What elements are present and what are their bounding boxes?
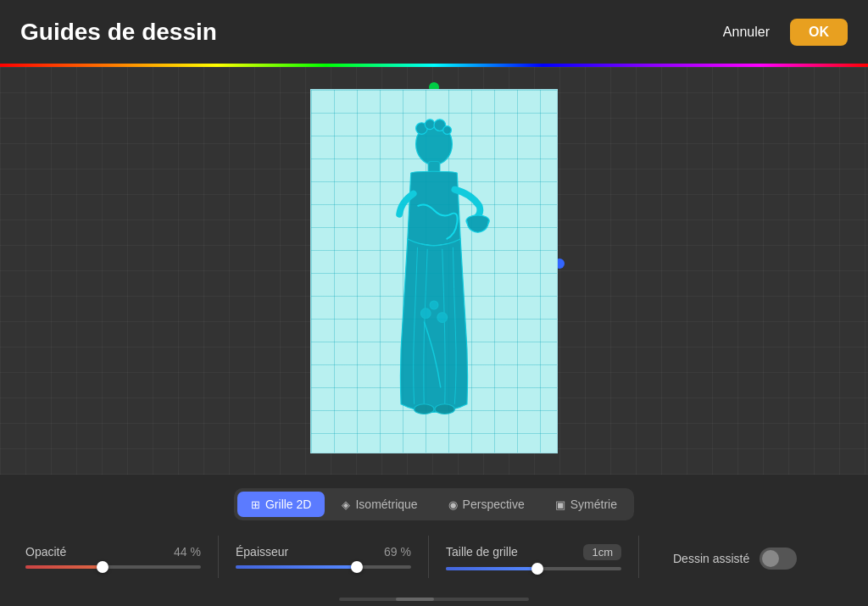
epaisseur-control: Épaisseur 69 %: [236, 545, 411, 569]
epaisseur-label: Épaisseur: [236, 545, 288, 559]
taille-slider-thumb[interactable]: [531, 563, 543, 575]
tab-symetrie[interactable]: ▣ Symétrie: [542, 492, 631, 517]
dessin-row: Dessin assisté: [673, 548, 797, 570]
epaisseur-label-row: Épaisseur 69 %: [236, 545, 411, 559]
grille2d-icon: ⊞: [251, 498, 260, 511]
canvas-container: [310, 89, 558, 453]
svg-point-10: [415, 403, 434, 414]
tab-isometrique-label: Isométrique: [355, 498, 417, 511]
page-title: Guides de dessin: [20, 19, 217, 46]
tab-isometrique[interactable]: ◈ Isométrique: [328, 492, 431, 517]
tab-perspective[interactable]: ◉ Perspective: [435, 492, 538, 517]
svg-point-4: [443, 125, 452, 134]
cancel-button[interactable]: Annuler: [713, 19, 780, 45]
svg-point-8: [430, 301, 438, 309]
tab-grille2d-label: Grille 2D: [265, 498, 311, 511]
taille-slider-track[interactable]: [446, 567, 621, 570]
taille-control: Taille de grille 1cm: [446, 544, 621, 570]
epaisseur-slider-thumb[interactable]: [351, 561, 363, 573]
tab-symetrie-label: Symétrie: [570, 498, 617, 511]
opacity-control: Opacité 44 %: [25, 545, 201, 569]
ok-button[interactable]: OK: [790, 19, 848, 46]
main-canvas-area: [0, 67, 868, 475]
taille-value-badge: 1cm: [583, 544, 621, 560]
tab-bar: ⊞ Grille 2D ◈ Isométrique ◉ Perspective …: [234, 488, 634, 520]
scrollbar-track[interactable]: [339, 598, 529, 601]
opacity-slider-track[interactable]: [25, 565, 201, 569]
taille-slider-fill: [446, 567, 537, 570]
dessin-toggle[interactable]: [760, 548, 797, 570]
dessin-control: Dessin assisté: [656, 544, 843, 570]
perspective-icon: ◉: [448, 498, 458, 511]
divider-2: [428, 536, 429, 578]
statue-figure: [366, 115, 502, 429]
divider-3: [638, 536, 639, 578]
scrollbar-area: [0, 596, 868, 603]
header-buttons: Annuler OK: [713, 19, 848, 46]
toggle-knob: [762, 550, 779, 567]
canvas-image: [310, 89, 558, 453]
epaisseur-slider-fill: [236, 565, 357, 569]
taille-label: Taille de grille: [446, 545, 518, 559]
isometrique-icon: ◈: [342, 498, 350, 511]
svg-point-7: [420, 308, 431, 318]
opacity-value: 44 %: [174, 545, 201, 559]
opacity-label: Opacité: [25, 545, 66, 559]
svg-point-11: [435, 403, 454, 414]
svg-point-9: [437, 312, 448, 322]
dessin-label: Dessin assisté: [673, 552, 749, 565]
divider-1: [218, 536, 219, 578]
scrollbar-thumb[interactable]: [396, 598, 434, 601]
epaisseur-slider-track[interactable]: [236, 565, 411, 569]
opacity-label-row: Opacité 44 %: [25, 545, 201, 559]
epaisseur-value: 69 %: [384, 545, 411, 559]
tab-grille2d[interactable]: ⊞ Grille 2D: [237, 492, 325, 517]
svg-point-2: [425, 119, 435, 129]
opacity-slider-fill: [25, 565, 103, 569]
bottom-toolbar: ⊞ Grille 2D ◈ Isométrique ◉ Perspective …: [0, 475, 868, 606]
header: Guides de dessin Annuler OK: [0, 0, 868, 64]
opacity-slider-thumb[interactable]: [97, 561, 108, 573]
taille-label-row: Taille de grille 1cm: [446, 544, 621, 560]
symetrie-icon: ▣: [555, 498, 565, 511]
controls-row: Opacité 44 % Épaisseur 69 % Tail: [25, 536, 843, 578]
tab-perspective-label: Perspective: [463, 498, 525, 511]
